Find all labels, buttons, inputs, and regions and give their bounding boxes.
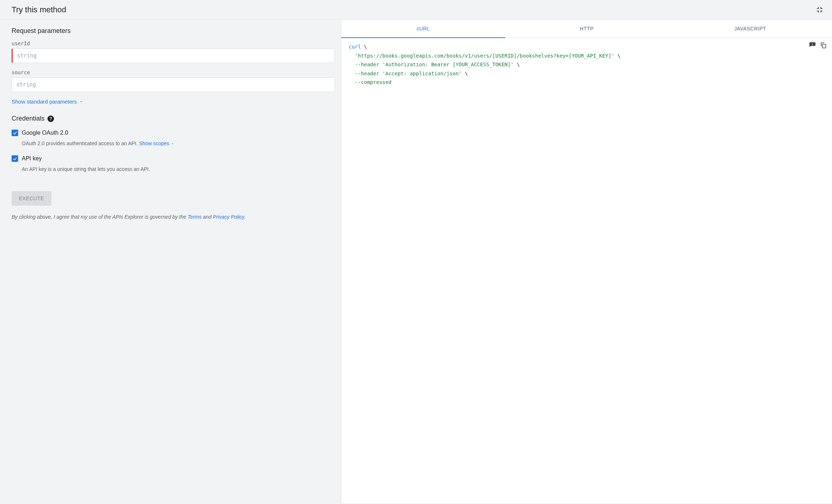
oauth-label: Google OAuth 2.0 — [22, 130, 68, 136]
execute-button[interactable]: EXECUTE — [12, 191, 51, 206]
collapse-fullscreen-icon[interactable] — [816, 6, 823, 13]
oauth-description: OAuth 2.0 provides authenticated access … — [22, 140, 139, 146]
chevron-down-icon — [79, 100, 83, 104]
credentials-heading: Credentials — [12, 115, 45, 122]
code-sample: curl \ 'https://books.googleapis.com/boo… — [341, 38, 832, 504]
request-parameters-heading: Request parameters — [12, 27, 335, 35]
help-icon[interactable]: ? — [47, 116, 54, 122]
userid-label: userId — [12, 41, 335, 46]
apikey-checkbox[interactable] — [12, 155, 18, 162]
show-scopes-button[interactable]: Show scopes — [139, 140, 174, 147]
source-input[interactable] — [12, 77, 335, 92]
page-title: Try this method — [12, 5, 66, 14]
source-label: source — [12, 70, 335, 75]
terms-link[interactable]: Terms — [188, 214, 201, 220]
show-standard-parameters-label: Show standard parameters — [12, 98, 77, 105]
feedback-icon[interactable] — [809, 42, 816, 49]
oauth-checkbox[interactable] — [12, 130, 18, 136]
copy-icon[interactable] — [820, 42, 827, 49]
tab-javascript[interactable]: JAVASCRIPT — [669, 20, 832, 38]
show-standard-parameters-button[interactable]: Show standard parameters — [12, 98, 83, 105]
apikey-label: API key — [22, 155, 42, 162]
tab-http[interactable]: HTTP — [505, 20, 669, 38]
tab-curl[interactable]: cURL — [341, 20, 505, 38]
privacy-policy-link[interactable]: Privacy Policy — [213, 214, 244, 220]
disclaimer-text: By clicking above, I agree that my use o… — [12, 213, 335, 221]
svg-rect-0 — [822, 45, 825, 48]
chevron-down-icon — [171, 142, 174, 146]
userid-input[interactable] — [12, 49, 335, 63]
apikey-description: An API key is a unique string that lets … — [22, 165, 335, 173]
